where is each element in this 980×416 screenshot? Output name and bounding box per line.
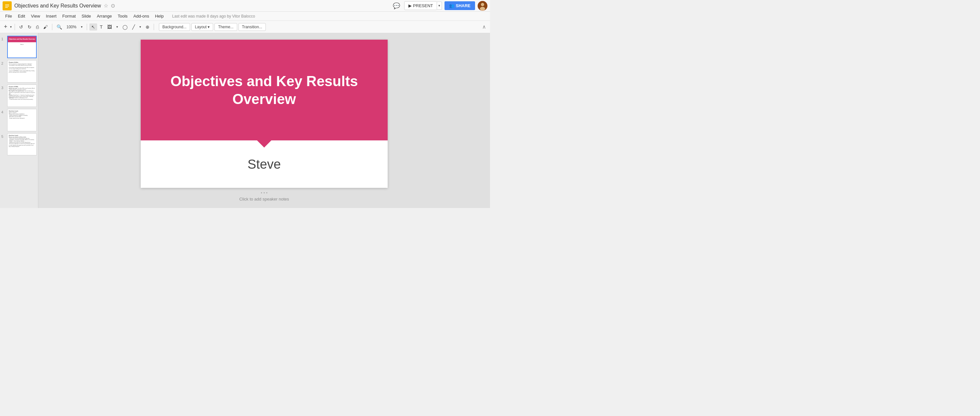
user-avatar[interactable] <box>478 1 487 11</box>
menu-insert[interactable]: Insert <box>43 13 59 19</box>
textbox-tool[interactable]: T <box>98 23 105 30</box>
slide-item-4[interactable]: 4 How does it work Define an objective: … <box>1 109 37 131</box>
title-icons: ☆ ⊙ <box>103 3 115 9</box>
toolbar-tools-group: ↖ T 🖼 ▾ ◯ ╱ ▾ ⊕ <box>89 23 151 30</box>
print-button[interactable]: ⎙ <box>34 23 41 30</box>
zoom-button[interactable]: 🔍 <box>54 23 64 30</box>
undo-button[interactable]: ↺ <box>17 23 25 30</box>
menu-tools[interactable]: Tools <box>115 13 130 19</box>
toolbar-zoom-group: 🔍 100% ▾ <box>54 23 85 30</box>
menu-slide[interactable]: Slide <box>79 13 94 19</box>
present-button[interactable]: ▶ PRESENT <box>404 1 437 10</box>
present-label: PRESENT <box>413 3 433 8</box>
zoom-dropdown[interactable]: ▾ <box>79 24 84 30</box>
slide-number-1: 1 <box>1 37 5 41</box>
separator-3 <box>87 24 87 30</box>
collapse-toolbar-button[interactable]: ∧ <box>481 22 487 31</box>
toolbar: + ▾ ↺ ↻ ⎙ 🖌 🔍 100% ▾ ↖ T 🖼 ▾ ◯ ╱ ▾ ⊕ Bac… <box>0 21 490 33</box>
menu-view[interactable]: View <box>28 13 43 19</box>
shapes-tool[interactable]: ◯ <box>121 23 130 30</box>
speaker-notes-input[interactable]: Click to add speaker notes <box>239 197 289 201</box>
speaker-notes-dots: • • • <box>239 190 289 195</box>
slide-thumb-4[interactable]: How does it work Define an objective: Wh… <box>7 109 37 131</box>
redo-button[interactable]: ↻ <box>25 23 33 30</box>
menu-help[interactable]: Help <box>153 13 166 19</box>
slide-top-section: Objectives and Key Results Overview <box>141 40 388 140</box>
add-slide-button[interactable]: + <box>3 23 9 31</box>
zoom-level[interactable]: 100% <box>65 24 79 30</box>
star-icon[interactable]: ☆ <box>103 3 108 9</box>
thumb-2-title: Purpose of slides <box>9 62 35 63</box>
slide-thumb-2[interactable]: Purpose of slides Give an overview to a … <box>7 60 37 83</box>
transition-button[interactable]: Transition... <box>239 23 266 31</box>
thumb-1-title: Objectives and Key Results Overview <box>9 38 35 40</box>
slide-number-4: 4 <box>1 110 5 114</box>
svg-rect-2 <box>5 6 9 6</box>
slide-thumb-3[interactable]: Purpose of OKRs Measure your work: You d… <box>7 84 37 107</box>
paint-format-button[interactable]: 🖌 <box>41 23 50 30</box>
app-icon <box>3 1 12 10</box>
thumb-2-body: Give an overview to a "project managemen… <box>9 64 35 73</box>
thumb-3-title: Purpose of OKRs <box>9 86 35 88</box>
menu-arrange[interactable]: Arrange <box>94 13 115 19</box>
cast-icon[interactable]: ⊙ <box>111 3 115 9</box>
separator-1 <box>14 24 15 30</box>
slide-thumb-5[interactable]: How does it work Measure your objective … <box>7 133 37 156</box>
title-bar: Objectives and Key Results Overview ☆ ⊙ … <box>0 0 490 12</box>
menu-edit[interactable]: Edit <box>15 13 28 19</box>
thumb-4-body: Define an objective: What you want to ac… <box>9 112 35 119</box>
thumb-3-body: Measure your work: You define OKRs every… <box>9 88 35 100</box>
thumb-5-body: Measure your objective with key results:… <box>9 137 35 148</box>
more-tools[interactable]: ⊕ <box>144 23 151 30</box>
slide-item-3[interactable]: 3 Purpose of OKRs Measure your work: You… <box>1 84 37 107</box>
slide-item-2[interactable]: 2 Purpose of slides Give an overview to … <box>1 60 37 83</box>
slide-actions-group: Background... Layout ▾ Theme... Transiti… <box>159 23 266 31</box>
slide-thumb-1[interactable]: Objectives and Key Results Overview Stev… <box>7 36 37 58</box>
add-dropdown[interactable]: ▾ <box>10 24 12 29</box>
thumb-4-title: How does it work <box>9 110 35 112</box>
document-title: Objectives and Key Results Overview <box>14 3 101 9</box>
share-button[interactable]: 👥 SHARE <box>444 1 475 10</box>
line-tool[interactable]: ╱ <box>130 23 137 30</box>
chat-button[interactable]: 💬 <box>391 1 402 11</box>
svg-rect-3 <box>5 7 8 8</box>
slide-number-3: 3 <box>1 86 5 90</box>
svg-point-5 <box>481 3 484 6</box>
slide-number-5: 5 <box>1 135 5 139</box>
line-dropdown[interactable]: ▾ <box>137 24 143 30</box>
toolbar-right: ∧ <box>481 22 487 31</box>
slide-number-2: 2 <box>1 61 5 65</box>
slide-item-1[interactable]: 1 Objectives and Key Results Overview St… <box>1 36 37 58</box>
menu-bar: File Edit View Insert Format Slide Arran… <box>0 12 490 21</box>
last-edit-status: Last edit was made 8 days ago by Vitor B… <box>172 14 255 19</box>
svg-rect-1 <box>5 5 9 5</box>
thumb-1-subtitle: Steve <box>9 43 35 45</box>
slide-item-5[interactable]: 5 How does it work Measure your objectiv… <box>1 133 37 156</box>
slide-subtitle[interactable]: Steve <box>248 157 281 172</box>
background-button[interactable]: Background... <box>159 23 190 31</box>
separator-4 <box>154 24 154 30</box>
menu-file[interactable]: File <box>3 13 14 19</box>
menu-addons[interactable]: Add-ons <box>131 13 152 19</box>
slide-canvas[interactable]: Objectives and Key Results Overview Stev… <box>141 40 388 188</box>
toolbar-history-group: ↺ ↻ ⎙ 🖌 <box>17 23 50 30</box>
speaker-notes-area: • • • Click to add speaker notes <box>141 190 388 201</box>
present-icon: ▶ <box>409 3 412 8</box>
slide-main-title[interactable]: Objectives and Key Results Overview <box>141 72 388 108</box>
menu-format[interactable]: Format <box>60 13 78 19</box>
layout-button[interactable]: Layout ▾ <box>191 23 213 31</box>
thumb-5-title: How does it work <box>9 135 35 136</box>
slide-bottom-section: Steve <box>141 140 388 188</box>
cursor-tool[interactable]: ↖ <box>89 23 97 30</box>
separator-2 <box>52 24 52 30</box>
share-label: SHARE <box>455 3 471 8</box>
image-tool[interactable]: 🖼 <box>105 23 114 30</box>
present-dropdown[interactable]: ▾ <box>437 2 442 10</box>
canvas-area: Objectives and Key Results Overview Stev… <box>38 33 490 208</box>
image-dropdown[interactable]: ▾ <box>115 24 120 30</box>
share-icon: 👥 <box>449 3 454 8</box>
top-right-controls: 💬 ▶ PRESENT ▾ 👥 SHARE <box>391 1 487 11</box>
theme-button[interactable]: Theme... <box>215 23 237 31</box>
toolbar-main-group: + ▾ <box>3 23 12 31</box>
svg-point-6 <box>480 7 485 11</box>
